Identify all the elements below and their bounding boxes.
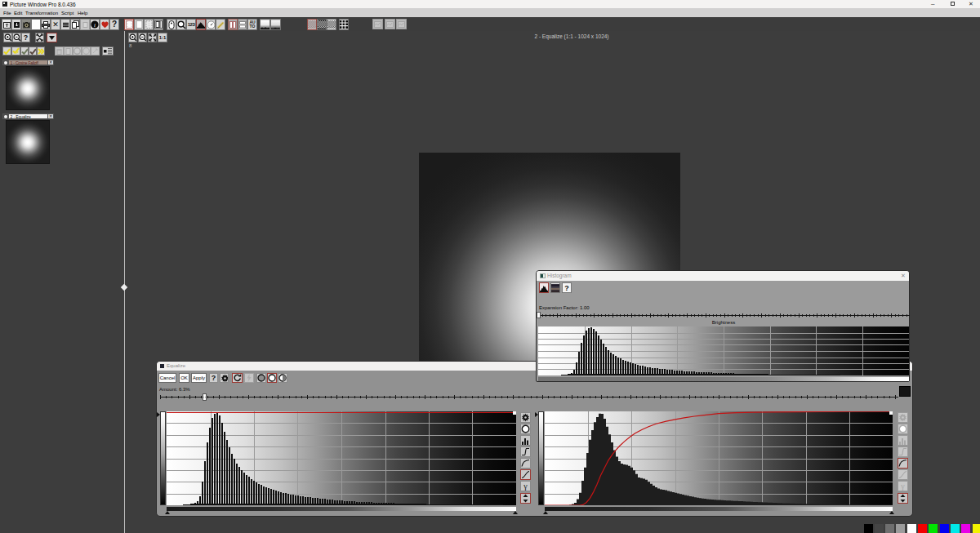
svg-text:γ: γ <box>523 482 528 491</box>
svg-text:i: i <box>94 22 96 29</box>
svg-text:γ: γ <box>900 482 905 491</box>
